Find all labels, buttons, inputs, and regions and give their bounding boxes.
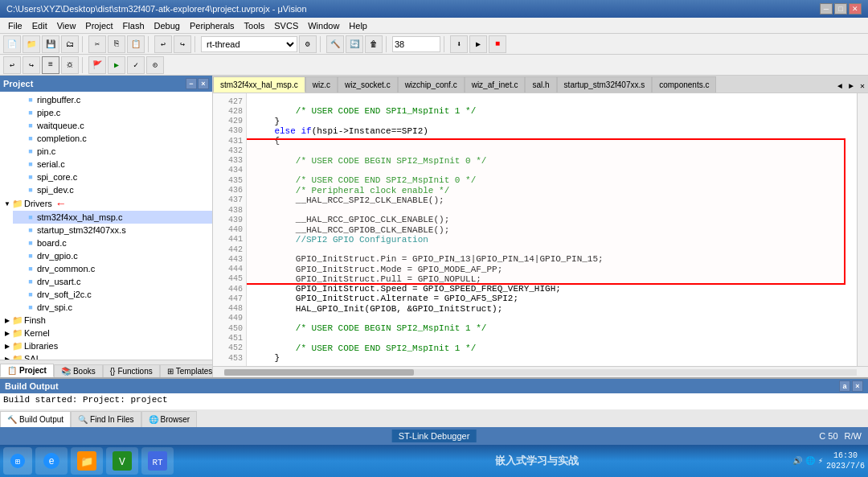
tree-item-label: drv_gpio.c — [37, 251, 78, 261]
debug-button[interactable]: ▶ — [469, 35, 487, 53]
menu-help[interactable]: Help — [344, 19, 372, 32]
cut-button[interactable]: ✂ — [88, 35, 106, 53]
horizontal-scrollbar[interactable] — [213, 366, 868, 377]
project-panel-btn1[interactable]: − — [186, 78, 197, 89]
tb2-btn2[interactable]: ↪ — [23, 56, 40, 74]
save-all-button[interactable]: 🗂 — [61, 35, 79, 53]
tree-sal[interactable]: ▶ 📁 SAL — [0, 352, 212, 360]
menu-peripherals[interactable]: Peripherals — [185, 19, 240, 32]
tab-templates[interactable]: ⊞ Templates — [160, 364, 213, 377]
project-panel-btn2[interactable]: × — [198, 78, 209, 89]
new-file-button[interactable]: 📄 — [3, 35, 21, 53]
tb2-btn1[interactable]: ↩ — [3, 56, 21, 74]
tree-pin[interactable]: ■ pin.c — [13, 145, 212, 158]
paste-button[interactable]: 📋 — [127, 35, 145, 53]
tab-wiz-af-inet[interactable]: wiz_af_inet.c — [465, 76, 526, 93]
tb2-flag[interactable]: 🚩 — [88, 56, 106, 74]
file-icon: ■ — [24, 158, 37, 170]
tree-pipe[interactable]: ■ pipe.c — [13, 106, 212, 119]
build-started-text: Build started: Project: project — [3, 395, 168, 405]
menu-window[interactable]: Window — [303, 19, 344, 32]
menu-edit[interactable]: Edit — [27, 19, 52, 32]
sep1 — [82, 36, 85, 52]
tab-right-arrow[interactable]: ► — [845, 80, 857, 93]
tree-drv-spi[interactable]: ■ drv_spi.c — [13, 301, 212, 314]
stop-debug-button[interactable]: ■ — [489, 35, 506, 53]
tb2-play[interactable]: ▶ — [108, 56, 125, 74]
file-tabs: stm32f4xx_hal_msp.c wiz.c wiz_socket.c w… — [213, 76, 868, 93]
close-button[interactable]: ✕ — [849, 3, 862, 14]
tab-left-arrow[interactable]: ◄ — [834, 80, 845, 93]
tab-startup[interactable]: startup_stm32f407xx.s — [557, 76, 653, 93]
tab-components[interactable]: components.c — [652, 76, 716, 93]
tree-kernel[interactable]: ▶ 📁 Kernel — [0, 327, 212, 339]
tree-startup[interactable]: ■ startup_stm32f407xx.s — [13, 224, 212, 236]
code-line-436: /* Peripheral clock enable */ — [253, 185, 850, 195]
tree-finsh[interactable]: ▶ 📁 Finsh — [0, 314, 212, 327]
vertical-scrollbar[interactable] — [857, 93, 868, 366]
tree-libraries[interactable]: ▶ 📁 Libraries — [0, 339, 212, 352]
expand-icon: ▶ — [3, 343, 11, 350]
menu-flash[interactable]: Flash — [118, 19, 149, 32]
tree-spi-dev[interactable]: ■ spi_dev.c — [13, 183, 212, 196]
tab-wiz[interactable]: wiz.c — [305, 76, 338, 93]
tree-spi-core[interactable]: ■ spi_core.c — [13, 171, 212, 183]
tab-functions[interactable]: {} Functions — [103, 364, 160, 377]
tree-stm32-hal-msp[interactable]: ■ stm32f4xx_hal_msp.c — [13, 211, 212, 224]
undo-button[interactable]: ↩ — [154, 35, 172, 53]
maximize-button[interactable]: □ — [834, 3, 847, 14]
tab-wiz-socket[interactable]: wiz_socket.c — [338, 76, 398, 93]
open-button[interactable]: 📁 — [23, 35, 40, 53]
menu-tools[interactable]: Tools — [240, 19, 270, 32]
build-panel-btn1[interactable]: a — [839, 380, 850, 392]
minimize-button[interactable]: ─ — [820, 3, 833, 14]
taskbar-app3[interactable]: V — [106, 447, 138, 475]
tree-completion[interactable]: ■ completion.c — [13, 132, 212, 145]
tree-drv-gpio[interactable]: ■ drv_gpio.c — [13, 249, 212, 262]
save-button[interactable]: 💾 — [42, 35, 59, 53]
build-tab-find[interactable]: 🔍 Find In Files — [71, 411, 141, 427]
config-button[interactable]: ⚙ — [299, 35, 317, 53]
tree-ringbuffer[interactable]: ■ ringbuffer.c — [13, 93, 212, 106]
num-input[interactable] — [392, 36, 440, 52]
tree-board[interactable]: ■ board.c — [13, 236, 212, 249]
clean-button[interactable]: 🗑 — [365, 35, 383, 53]
tree-drv-i2c[interactable]: ■ drv_soft_i2c.c — [13, 288, 212, 301]
status-right: C 50 R/W — [819, 431, 862, 441]
tab-books[interactable]: 📚 Books — [54, 364, 103, 377]
target-dropdown[interactable]: rt-thread — [201, 36, 297, 52]
tab-close[interactable]: ✕ — [857, 80, 868, 93]
menu-file[interactable]: File — [3, 19, 27, 32]
tree-drv-common[interactable]: ■ drv_common.c — [13, 262, 212, 275]
tab-project[interactable]: 📋 Project — [0, 364, 54, 377]
start-button[interactable]: ⊞ — [3, 447, 32, 475]
tree-drv-usart[interactable]: ■ drv_usart.c — [13, 275, 212, 288]
menu-debug[interactable]: Debug — [149, 19, 185, 32]
rebuild-button[interactable]: 🔄 — [346, 35, 363, 53]
redo-button[interactable]: ↪ — [174, 35, 191, 53]
build-tab-output[interactable]: 🔨 Build Output — [0, 411, 71, 427]
tb2-target[interactable]: ⊙ — [146, 56, 164, 74]
download-button[interactable]: ⬇ — [450, 35, 468, 53]
taskbar-ie[interactable]: e — [35, 447, 68, 475]
tab-stm32-hal-msp[interactable]: stm32f4xx_hal_msp.c — [213, 76, 305, 93]
tb2-btn4[interactable]: ⛭ — [61, 56, 79, 74]
code-line-427 — [253, 97, 850, 106]
tab-sal-h[interactable]: sal.h — [525, 76, 556, 93]
build-panel-btn2[interactable]: × — [852, 380, 863, 392]
tab-wizchip-conf[interactable]: wizchip_conf.c — [398, 76, 465, 93]
build-tab-browser[interactable]: 🌐 Browser — [141, 411, 198, 427]
menu-project[interactable]: Project — [80, 19, 117, 32]
build-button[interactable]: 🔨 — [326, 35, 344, 53]
menu-view[interactable]: View — [52, 19, 81, 32]
tree-drivers-folder[interactable]: ▼ 📁 Drivers ← — [0, 196, 212, 211]
tree-waitqueue[interactable]: ■ waitqueue.c — [13, 119, 212, 132]
tb2-btn3[interactable]: ≡ — [42, 56, 59, 74]
menu-svcs[interactable]: SVCS — [269, 19, 303, 32]
copy-button[interactable]: ⎘ — [108, 35, 125, 53]
sep6 — [444, 36, 447, 52]
taskbar-app2[interactable]: 📁 — [71, 447, 103, 475]
tree-serial[interactable]: ■ serial.c — [13, 158, 212, 171]
tb2-check[interactable]: ✓ — [127, 56, 145, 74]
taskbar-app4[interactable]: RT — [141, 447, 174, 475]
